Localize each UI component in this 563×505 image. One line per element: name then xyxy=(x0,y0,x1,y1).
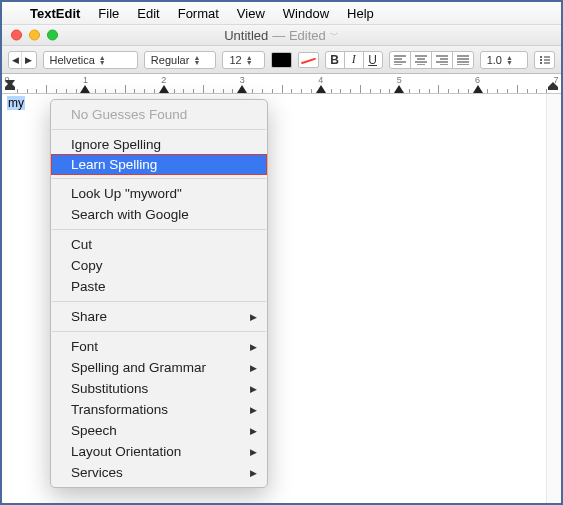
svg-marker-29 xyxy=(5,82,15,90)
title-text: Untitled xyxy=(224,28,268,43)
menu-copy[interactable]: Copy xyxy=(51,255,267,276)
font-size-value: 12 xyxy=(229,54,241,66)
bold-button[interactable]: B xyxy=(325,51,345,69)
line-spacing-select[interactable]: 1.0 ▲▼ xyxy=(480,51,528,69)
line-spacing-value: 1.0 xyxy=(487,54,502,66)
font-style-value: Regular xyxy=(151,54,190,66)
menu-speech[interactable]: Speech xyxy=(51,420,267,441)
menu-learn-spelling[interactable]: Learn Spelling xyxy=(51,154,267,175)
title-edited: — Edited xyxy=(272,28,325,43)
highlight-color-swatch[interactable] xyxy=(298,52,319,68)
app-menu[interactable]: TextEdit xyxy=(30,6,80,21)
svg-marker-30 xyxy=(548,82,558,90)
menu-separator xyxy=(52,129,266,130)
tab-stop-marker[interactable] xyxy=(394,85,404,93)
menu-help[interactable]: Help xyxy=(347,6,374,21)
font-style-select[interactable]: Regular ▲▼ xyxy=(144,51,217,69)
minimize-button[interactable] xyxy=(29,30,40,41)
format-toolbar: ◀ ▶ Helvetica ▲▼ Regular ▲▼ 12 ▲▼ B I U … xyxy=(2,46,561,74)
menu-separator xyxy=(52,301,266,302)
ruler-label: 5 xyxy=(397,75,402,85)
menu-edit[interactable]: Edit xyxy=(137,6,159,21)
svg-point-18 xyxy=(540,59,542,61)
svg-point-20 xyxy=(540,62,542,64)
document-title[interactable]: Untitled — Edited ﹀ xyxy=(224,28,339,43)
list-style-button[interactable] xyxy=(534,51,555,69)
svg-marker-26 xyxy=(394,85,404,93)
close-button[interactable] xyxy=(11,30,22,41)
right-indent-marker[interactable] xyxy=(548,78,558,93)
ruler-label: 1 xyxy=(83,75,88,85)
select-arrows-icon: ▲▼ xyxy=(99,55,106,65)
style-stepper[interactable]: ◀ ▶ xyxy=(8,51,37,69)
align-left-button[interactable] xyxy=(389,51,411,69)
window-titlebar: Untitled — Edited ﹀ xyxy=(2,24,561,46)
ruler-label: 6 xyxy=(475,75,480,85)
svg-marker-22 xyxy=(80,85,90,93)
ruler-label: 3 xyxy=(240,75,245,85)
menu-look-up[interactable]: Look Up "myword" xyxy=(51,183,267,204)
menu-share[interactable]: Share xyxy=(51,306,267,327)
menu-font[interactable]: Font xyxy=(51,336,267,357)
underline-button[interactable]: U xyxy=(363,51,383,69)
font-family-value: Helvetica xyxy=(50,54,95,66)
text-color-swatch[interactable] xyxy=(271,52,292,68)
left-indent-marker[interactable] xyxy=(5,78,15,93)
select-arrows-icon: ▲▼ xyxy=(246,55,253,65)
window-controls xyxy=(11,30,58,41)
tab-stop-marker[interactable] xyxy=(316,85,326,93)
svg-marker-24 xyxy=(237,85,247,93)
zoom-button[interactable] xyxy=(47,30,58,41)
align-center-button[interactable] xyxy=(410,51,432,69)
menu-ignore-spelling[interactable]: Ignore Spelling xyxy=(51,134,267,155)
svg-marker-23 xyxy=(159,85,169,93)
menu-services[interactable]: Services xyxy=(51,462,267,483)
menu-search-google[interactable]: Search with Google xyxy=(51,204,267,225)
font-size-select[interactable]: 12 ▲▼ xyxy=(222,51,264,69)
menu-view[interactable]: View xyxy=(237,6,265,21)
ruler-label: 4 xyxy=(318,75,323,85)
menu-layout-orientation[interactable]: Layout Orientation xyxy=(51,441,267,462)
chevron-right-icon: ▶ xyxy=(22,52,35,68)
tab-stop-marker[interactable] xyxy=(159,85,169,93)
menu-window[interactable]: Window xyxy=(283,6,329,21)
text-style-group: B I U xyxy=(325,51,383,69)
menu-format[interactable]: Format xyxy=(178,6,219,21)
menu-separator xyxy=(52,178,266,179)
select-arrows-icon: ▲▼ xyxy=(506,55,513,65)
menu-no-guesses: No Guesses Found xyxy=(51,104,267,125)
menu-file[interactable]: File xyxy=(98,6,119,21)
title-chevron-icon: ﹀ xyxy=(330,29,339,42)
svg-marker-27 xyxy=(473,85,483,93)
menu-transformations[interactable]: Transformations xyxy=(51,399,267,420)
vertical-scrollbar[interactable] xyxy=(546,94,561,503)
context-menu: No Guesses Found Ignore Spelling Learn S… xyxy=(50,99,268,488)
svg-marker-25 xyxy=(316,85,326,93)
chevron-left-icon: ◀ xyxy=(9,52,22,68)
select-arrows-icon: ▲▼ xyxy=(193,55,200,65)
menu-substitutions[interactable]: Substitutions xyxy=(51,378,267,399)
alignment-group xyxy=(389,51,474,69)
svg-point-16 xyxy=(540,56,542,58)
system-menubar: TextEdit File Edit Format View Window He… xyxy=(2,2,561,24)
tab-stop-marker[interactable] xyxy=(80,85,90,93)
tab-stop-marker[interactable] xyxy=(237,85,247,93)
menu-spelling-grammar[interactable]: Spelling and Grammar xyxy=(51,357,267,378)
italic-button[interactable]: I xyxy=(344,51,364,69)
selected-text[interactable]: my xyxy=(7,96,25,110)
menu-separator xyxy=(52,229,266,230)
text-editor-area[interactable]: my No Guesses Found Ignore Spelling Lear… xyxy=(2,94,561,503)
tab-stop-marker[interactable] xyxy=(473,85,483,93)
font-family-select[interactable]: Helvetica ▲▼ xyxy=(43,51,138,69)
ruler-label: 2 xyxy=(161,75,166,85)
ruler[interactable]: 01234567 xyxy=(2,74,561,94)
menu-cut[interactable]: Cut xyxy=(51,234,267,255)
menu-separator xyxy=(52,331,266,332)
menu-paste[interactable]: Paste xyxy=(51,276,267,297)
align-right-button[interactable] xyxy=(431,51,453,69)
align-justify-button[interactable] xyxy=(452,51,474,69)
